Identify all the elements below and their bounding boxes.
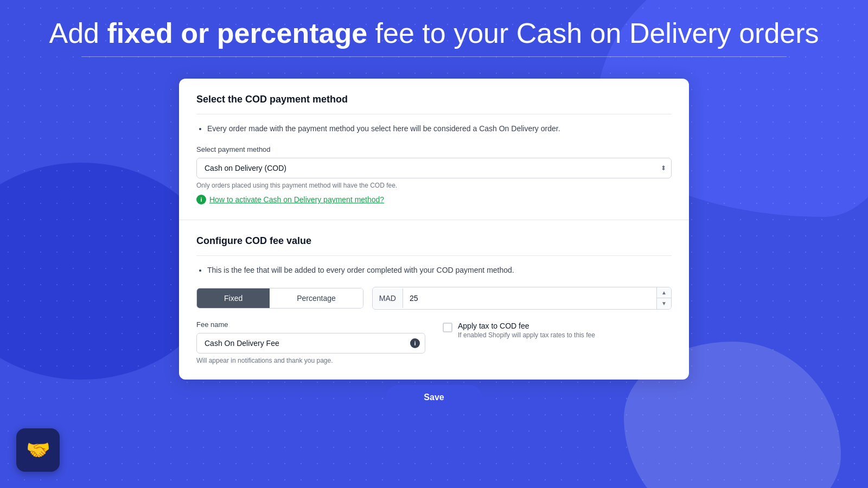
save-button[interactable]: Save [386, 385, 482, 410]
payment-method-help: Only orders placed using this payment me… [196, 182, 672, 189]
activation-link[interactable]: How to activate Cash on Delivery payment… [209, 195, 384, 204]
app-icon-emoji: 🤝 [26, 439, 50, 461]
section2-divider [196, 255, 672, 256]
fee-name-input[interactable] [196, 333, 425, 354]
cod-payment-section: Select the COD payment method Every orde… [179, 79, 689, 220]
fee-decrement-button[interactable]: ▼ [657, 298, 671, 309]
fixed-button[interactable]: Fixed [197, 288, 270, 308]
payment-method-select[interactable]: Cash on Delivery (COD) Manual Payment Ba… [196, 158, 672, 178]
fee-name-help: Will appear in notifications and thank y… [196, 357, 425, 364]
title-suffix: fee to your Cash on Delivery orders [367, 17, 819, 49]
fee-type-toggle: Fixed Percentage [196, 288, 363, 309]
fee-spinner: ▲ ▼ [656, 287, 671, 309]
payment-method-select-wrapper: Cash on Delivery (COD) Manual Payment Ba… [196, 158, 672, 178]
section2-bullets: This is the fee that will be added to ev… [196, 265, 672, 276]
fee-value-wrapper: MAD ▲ ▼ [372, 287, 672, 310]
section2-title: Configure COD fee value [196, 235, 672, 247]
fee-increment-button[interactable]: ▲ [657, 287, 671, 298]
section1-bullet1: Every order made with the payment method… [207, 123, 672, 134]
section1-divider [196, 114, 672, 114]
fee-name-row: Fee name i Will appear in notifications … [196, 320, 672, 364]
tax-col: Apply tax to COD fee If enabled Shopify … [443, 320, 672, 339]
activation-link-row: i How to activate Cash on Delivery payme… [196, 195, 672, 204]
fee-currency: MAD [373, 288, 403, 308]
page-title: Add fixed or percentage fee to your Cash… [33, 16, 835, 50]
cod-fee-section: Configure COD fee value This is the fee … [179, 220, 689, 380]
tax-sublabel: If enabled Shopify will apply tax rates … [458, 331, 595, 339]
page-wrapper: Add fixed or percentage fee to your Cash… [0, 0, 868, 488]
title-prefix: Add [49, 17, 107, 49]
app-icon: 🤝 [16, 428, 60, 472]
section1-bullets: Every order made with the payment method… [196, 123, 672, 134]
save-btn-area: Save [386, 385, 482, 415]
fee-value-input[interactable] [403, 288, 656, 308]
info-icon: i [196, 195, 206, 204]
payment-method-label: Select payment method [196, 145, 672, 153]
fee-name-col: Fee name i Will appear in notifications … [196, 320, 425, 364]
main-card: Select the COD payment method Every orde… [179, 79, 689, 380]
apply-tax-checkbox[interactable] [443, 323, 452, 332]
title-bold: fixed or percentage [107, 17, 367, 49]
fee-name-label: Fee name [196, 320, 425, 329]
fee-name-input-wrapper: i [196, 333, 425, 354]
section1-title: Select the COD payment method [196, 94, 672, 105]
header-divider [81, 56, 787, 57]
tax-label: Apply tax to COD fee [458, 322, 595, 330]
tax-label-col: Apply tax to COD fee If enabled Shopify … [458, 322, 595, 339]
header-section: Add fixed or percentage fee to your Cash… [0, 0, 868, 68]
percentage-button[interactable]: Percentage [270, 288, 363, 308]
section2-bullet1: This is the fee that will be added to ev… [207, 265, 672, 276]
